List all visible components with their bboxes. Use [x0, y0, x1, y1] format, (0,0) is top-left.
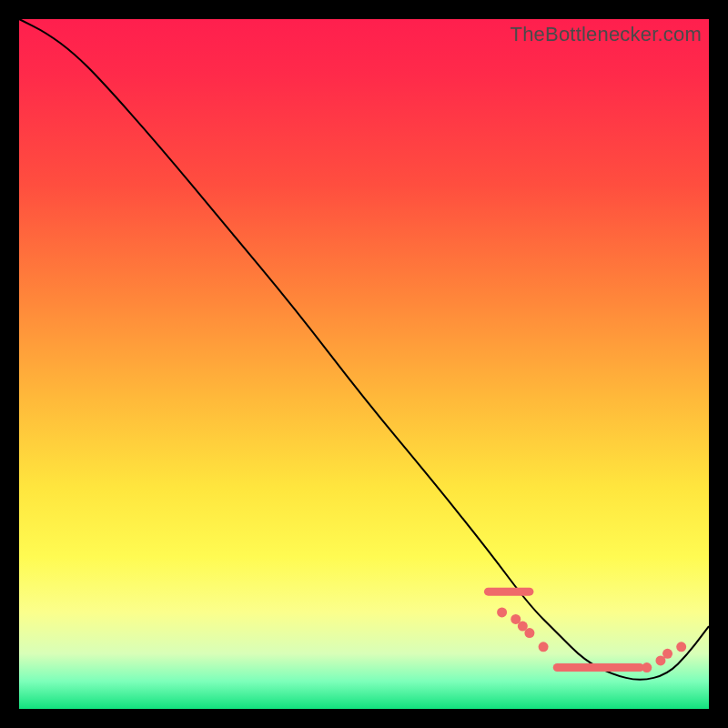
chart-marker-dot	[642, 662, 652, 672]
chart-marker-dot	[497, 607, 507, 617]
chart-plot-area: TheBottlenecker.com	[19, 19, 709, 709]
chart-marker-dot	[539, 642, 549, 652]
chart-marker-dot	[524, 628, 534, 638]
chart-stage: TheBottlenecker.com	[0, 0, 728, 728]
chart-curve	[19, 19, 709, 680]
chart-svg	[19, 19, 709, 709]
chart-marker-dot	[676, 642, 686, 652]
chart-marker-dot	[662, 649, 672, 659]
